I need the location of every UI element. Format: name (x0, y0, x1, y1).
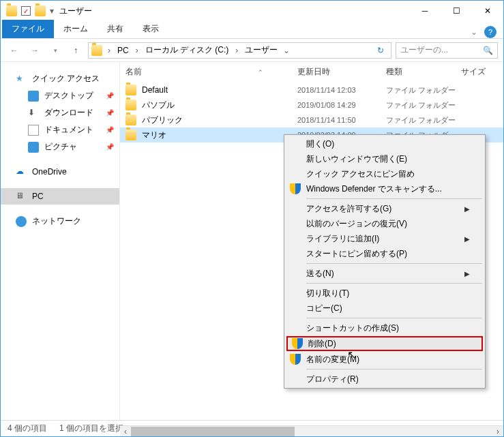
context-menu: 開く(O) 新しいウィンドウで開く(E) クイック アクセスにピン留め Wind… (284, 134, 486, 389)
forward-button[interactable]: → (27, 42, 43, 59)
status-item-count: 4 個の項目 (8, 423, 47, 434)
separator (306, 283, 482, 284)
table-row[interactable]: パブリック2018/11/14 11:50ファイル フォルダー (120, 112, 503, 127)
crumb-pc[interactable]: PC (116, 46, 130, 55)
folder-icon (6, 5, 17, 16)
horizontal-scrollbar[interactable]: ‹ › (120, 425, 503, 436)
tab-file[interactable]: ファイル (2, 20, 54, 38)
help-icon[interactable]: ? (484, 26, 496, 38)
ctx-add-library[interactable]: ライブラリに追加(I)▶ (286, 231, 484, 246)
scroll-left-button[interactable]: ‹ (120, 426, 131, 437)
tree-pictures[interactable]: ピクチャ 📌 (1, 138, 119, 155)
search-placeholder: ユーザーの... (400, 44, 448, 56)
ctx-defender-scan[interactable]: Windows Defender でスキャンする... (286, 181, 484, 196)
ctx-rename[interactable]: 名前の変更(M) (286, 352, 484, 367)
shield-icon (292, 338, 303, 349)
tree-network[interactable]: ネットワーク (1, 213, 119, 230)
tab-share[interactable]: 共有 (98, 20, 133, 38)
chevron-right-icon: ▶ (464, 235, 470, 243)
ctx-open[interactable]: 開く(O) (286, 136, 484, 151)
crumb-disk[interactable]: ローカル ディスク (C:) (144, 44, 231, 56)
chevron-right-icon[interactable]: › (105, 46, 113, 55)
tree-documents[interactable]: ドキュメント 📌 (1, 121, 119, 138)
separator (306, 369, 482, 370)
search-input[interactable]: ユーザーの... 🔍 (396, 42, 498, 59)
refresh-button[interactable]: ↻ (373, 46, 388, 55)
column-type[interactable]: 種類 (386, 66, 461, 78)
shield-icon (290, 354, 301, 365)
ctx-pin-quick-access[interactable]: クイック アクセスにピン留め (286, 166, 484, 181)
picture-icon (28, 142, 39, 153)
file-date: 2019/01/08 14:29 (297, 101, 386, 109)
column-headers: 名前 ⌃ 更新日時 種類 サイズ (120, 62, 503, 82)
folder-icon (125, 85, 136, 95)
shield-icon (290, 183, 301, 194)
qat-properties-icon[interactable]: ✓ (21, 6, 31, 16)
window-title: ユーザー (59, 5, 92, 17)
back-button[interactable]: ← (6, 42, 23, 59)
pin-icon: 📌 (106, 143, 114, 151)
address-dropdown-icon[interactable]: ⌄ (282, 46, 291, 55)
desktop-icon (28, 91, 39, 102)
file-type: ファイル フォルダー (386, 85, 461, 95)
folder-icon (35, 5, 46, 16)
maximize-button[interactable]: ☐ (441, 1, 472, 21)
search-icon: 🔍 (483, 46, 493, 55)
ctx-properties[interactable]: プロパティ(R) (286, 372, 484, 387)
file-name: パソブル (142, 100, 175, 111)
folder-icon (91, 45, 102, 56)
scroll-right-button[interactable]: › (492, 426, 503, 437)
qat-dropdown-icon[interactable]: ▾ (50, 6, 54, 16)
ctx-copy[interactable]: コピー(C) (286, 301, 484, 316)
close-button[interactable]: ✕ (472, 1, 503, 21)
separator (306, 318, 482, 318)
address-bar[interactable]: › PC › ローカル ディスク (C:) › ユーザー ⌄ ↻ (88, 42, 391, 59)
ctx-open-new-window[interactable]: 新しいウィンドウで開く(E) (286, 151, 484, 166)
document-icon (28, 125, 39, 136)
sort-asc-icon: ⌃ (258, 69, 263, 76)
ribbon-expand-icon[interactable]: ⌄ (471, 27, 477, 37)
pin-icon: 📌 (106, 109, 114, 117)
tree-quick-access[interactable]: ★ クイック アクセス (1, 70, 119, 87)
crumb-users[interactable]: ユーザー (243, 44, 279, 56)
ctx-grant-access[interactable]: アクセスを許可する(G)▶ (286, 201, 484, 216)
scroll-thumb[interactable] (131, 427, 295, 436)
ctx-cut[interactable]: 切り取り(T) (286, 286, 484, 301)
table-row[interactable]: Default2018/11/14 12:03ファイル フォルダー (120, 82, 503, 97)
folder-icon (125, 115, 136, 125)
ctx-create-shortcut[interactable]: ショートカットの作成(S) (286, 320, 484, 335)
file-name: Default (142, 85, 168, 95)
ctx-send-to[interactable]: 送る(N)▶ (286, 266, 484, 281)
tab-home[interactable]: ホーム (54, 20, 98, 38)
network-icon (16, 216, 27, 227)
up-button[interactable]: ↑ (68, 42, 84, 59)
recent-dropdown[interactable]: ▾ (47, 42, 63, 59)
minimize-button[interactable]: ─ (409, 1, 441, 21)
file-date: 2018/11/14 11:50 (297, 116, 386, 124)
file-name: パブリック (142, 115, 183, 126)
table-row[interactable]: パソブル2019/01/08 14:29ファイル フォルダー (120, 97, 503, 112)
tree-downloads[interactable]: ⬇ ダウンロード 📌 (1, 104, 119, 121)
ctx-pin-start[interactable]: スタートにピン留めする(P) (286, 246, 484, 261)
tree-desktop[interactable]: デスクトップ 📌 (1, 87, 119, 104)
pc-icon: 🖥 (16, 191, 27, 202)
ctx-delete[interactable]: 削除(D) (286, 336, 483, 351)
column-size[interactable]: サイズ (461, 66, 502, 78)
tab-view[interactable]: 表示 (133, 20, 168, 38)
folder-icon (125, 100, 136, 110)
chevron-right-icon[interactable]: › (133, 46, 141, 55)
column-date[interactable]: 更新日時 (297, 66, 386, 78)
tree-onedrive[interactable]: ☁ OneDrive (1, 164, 119, 180)
download-icon: ⬇ (28, 108, 39, 119)
folder-icon (125, 130, 136, 140)
column-name[interactable]: 名前 ⌃ (120, 66, 297, 78)
navigation-bar: ← → ▾ ↑ › PC › ローカル ディスク (C:) › ユーザー ⌄ ↻… (1, 39, 503, 62)
tree-pc[interactable]: 🖥 PC (1, 188, 119, 205)
ctx-restore-versions[interactable]: 以前のバージョンの復元(V) (286, 216, 484, 231)
file-date: 2018/11/14 12:03 (297, 86, 386, 94)
file-name: マリオ (142, 130, 166, 141)
cloud-icon: ☁ (16, 166, 27, 177)
chevron-right-icon[interactable]: › (233, 46, 241, 55)
pin-icon: 📌 (106, 92, 114, 100)
navigation-tree: ★ クイック アクセス デスクトップ 📌 ⬇ ダウンロード 📌 ドキュメント 📌… (1, 62, 120, 420)
